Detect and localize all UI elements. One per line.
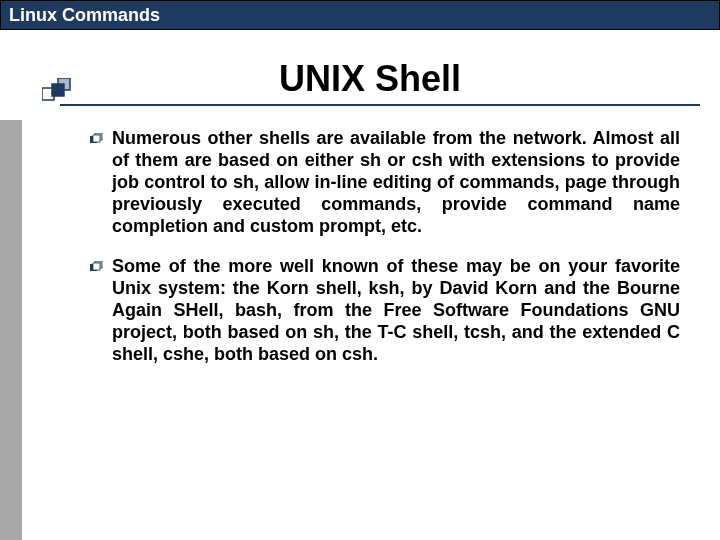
bullet-icon xyxy=(90,133,104,145)
bullet-icon xyxy=(90,261,104,273)
list-item: Some of the more well known of these may… xyxy=(90,256,680,366)
content-area: Numerous other shells are available from… xyxy=(90,128,680,366)
list-item: Numerous other shells are available from… xyxy=(90,128,680,238)
bullet-text: Some of the more well known of these may… xyxy=(112,256,680,366)
decorative-squares-icon xyxy=(42,78,76,104)
bullet-text: Numerous other shells are available from… xyxy=(112,128,680,238)
left-sidebar-strip xyxy=(0,120,22,540)
svg-rect-8 xyxy=(93,263,100,270)
title-underline xyxy=(60,104,700,106)
header-title: Linux Commands xyxy=(9,5,160,26)
slide-title: UNIX Shell xyxy=(60,58,680,100)
svg-rect-5 xyxy=(93,135,100,142)
header-bar: Linux Commands xyxy=(0,0,720,30)
svg-rect-2 xyxy=(52,84,64,96)
title-area: UNIX Shell xyxy=(60,58,680,100)
